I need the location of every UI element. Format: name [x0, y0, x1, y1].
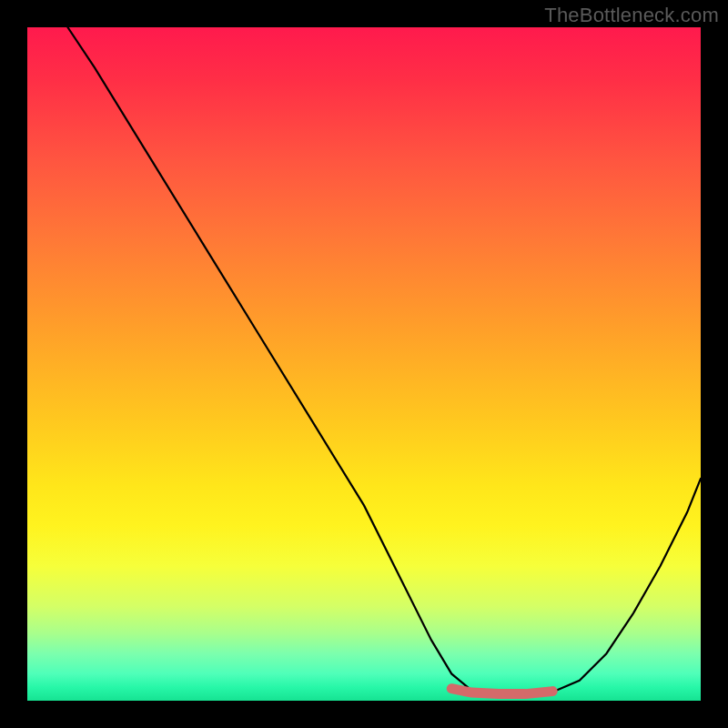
- main-curve: [67, 27, 701, 694]
- chart-frame: TheBottleneck.com: [0, 0, 728, 728]
- plot-area: [27, 27, 701, 701]
- highlight-curve: [451, 689, 552, 694]
- watermark-text: TheBottleneck.com: [544, 4, 719, 27]
- curve-layer: [27, 27, 701, 701]
